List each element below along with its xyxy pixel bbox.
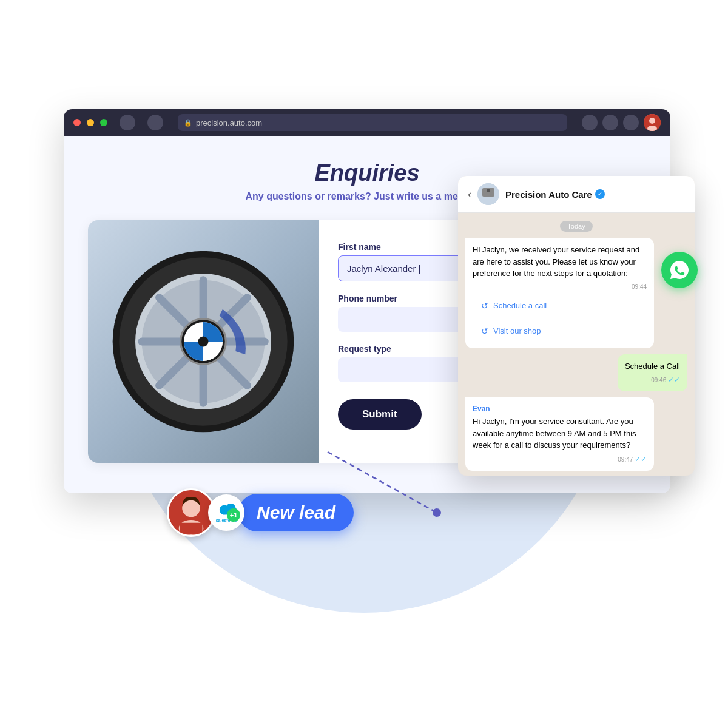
svg-point-1 — [649, 118, 655, 124]
whatsapp-fab[interactable] — [661, 252, 698, 288]
svg-point-22 — [433, 508, 441, 517]
message-1-time: 09:44 — [473, 282, 647, 291]
message-3: Evan Hi Jaclyn, I'm your service consult… — [465, 397, 654, 471]
traffic-light-yellow[interactable] — [87, 119, 94, 126]
address-bar: 🔒 precision.auto.com — [178, 114, 567, 131]
user-avatar-small[interactable] — [644, 114, 661, 131]
schedule-icon: ↺ — [481, 301, 488, 311]
ctrl-dot-3[interactable] — [623, 115, 639, 130]
schedule-call-btn[interactable]: ↺ Schedule a call — [473, 295, 647, 317]
new-lead-badge: New lead — [238, 494, 354, 531]
chat-header: ‹ Precision Auto Care ✓ — [458, 176, 695, 213]
car-image — [88, 220, 318, 463]
visit-shop-btn[interactable]: ↺ Visit our shop — [473, 320, 647, 342]
chat-panel: ‹ Precision Auto Care ✓ Today — [458, 176, 695, 476]
schedule-call-label: Schedule a call — [493, 301, 547, 310]
new-lead-text: New lead — [257, 502, 335, 522]
lock-icon: 🔒 — [184, 119, 192, 127]
traffic-light-red[interactable] — [73, 119, 81, 126]
ctrl-dot-1[interactable] — [582, 115, 598, 130]
message-2-time: 09:46 ✓✓ — [625, 374, 680, 385]
svg-point-20 — [487, 189, 490, 192]
submit-button[interactable]: Submit — [338, 399, 422, 430]
message-3-sender: Evan — [473, 403, 647, 414]
date-label: Today — [465, 220, 687, 232]
message-2: Schedule a Call 09:46 ✓✓ — [618, 354, 687, 392]
salesforce-logo: salesforce +1 — [208, 494, 244, 531]
browser-controls — [582, 114, 661, 131]
nav-back-btn[interactable] — [120, 115, 135, 130]
message-3-text: Hi Jaclyn, I'm your service consultant. … — [473, 416, 647, 451]
chat-business-info: Precision Auto Care ✓ — [505, 189, 605, 200]
message-1: Hi Jaclyn, we received your service requ… — [465, 238, 654, 348]
verified-badge: ✓ — [595, 189, 605, 199]
nav-forward-btn[interactable] — [147, 115, 163, 130]
browser-bar: 🔒 precision.auto.com — [64, 109, 670, 136]
traffic-light-green[interactable] — [100, 119, 107, 126]
date-pill: Today — [560, 221, 592, 232]
chat-business-name: Precision Auto Care — [505, 189, 592, 200]
action-options: ↺ Schedule a call ↺ Visit our shop — [473, 295, 647, 342]
scene-wrapper: 🔒 precision.auto.com Enquiries Any quest… — [46, 91, 682, 637]
message-1-text: Hi Jaclyn, we received your service requ… — [473, 244, 647, 280]
message-3-time: 09:47 ✓✓ — [473, 454, 647, 465]
chat-back-button[interactable]: ‹ — [468, 188, 471, 201]
shop-icon: ↺ — [481, 326, 488, 336]
chat-body: Today Hi Jaclyn, we received your servic… — [458, 213, 695, 476]
chat-avatar — [477, 183, 499, 205]
plus-badge: +1 — [227, 508, 240, 522]
ctrl-dot-2[interactable] — [602, 115, 618, 130]
svg-rect-26 — [180, 523, 203, 534]
svg-point-17 — [198, 336, 208, 346]
visit-shop-label: Visit our shop — [493, 326, 541, 335]
message-2-text: Schedule a Call — [625, 360, 680, 372]
url-text: precision.auto.com — [196, 118, 262, 127]
salesforce-notification: salesforce +1 New lead — [167, 488, 354, 537]
